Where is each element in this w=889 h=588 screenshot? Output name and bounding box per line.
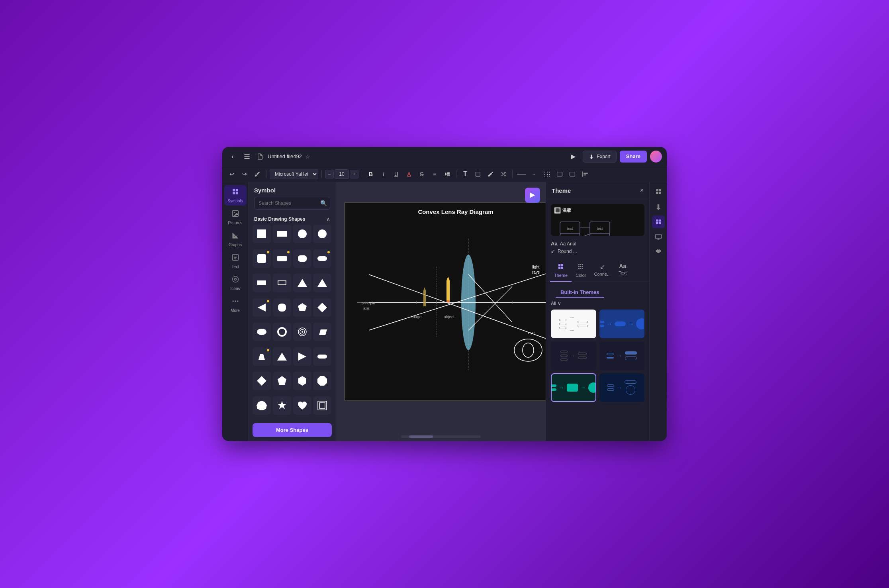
strikethrough-button[interactable]: S xyxy=(416,169,427,180)
shape-triangle-left[interactable] xyxy=(253,298,271,317)
theme-card-2[interactable]: → → xyxy=(599,310,645,338)
share-button[interactable]: Share xyxy=(620,151,647,163)
paint-button[interactable] xyxy=(252,169,263,180)
shape-parallelogram[interactable] xyxy=(313,323,331,341)
shape-ellipse[interactable] xyxy=(253,323,271,341)
shape-octagon[interactable] xyxy=(313,372,331,390)
sidebar-item-icons[interactable]: Icons xyxy=(224,273,247,293)
text-t-button[interactable]: T xyxy=(460,169,471,180)
shape-trapezoid[interactable] xyxy=(253,347,271,366)
align-button[interactable]: ≡ xyxy=(429,169,440,180)
avatar[interactable] xyxy=(650,151,662,163)
theme-card-5[interactable]: → → xyxy=(551,373,596,402)
shape-triangle-right[interactable] xyxy=(293,347,311,366)
shape-pentagon2[interactable] xyxy=(273,372,291,390)
underline-button[interactable]: U xyxy=(391,169,402,180)
theme-card-3[interactable]: → xyxy=(551,341,596,370)
shape-stadium[interactable] xyxy=(313,249,331,268)
theme-panel-title: Theme xyxy=(552,187,571,194)
shape-hexagon[interactable] xyxy=(293,372,311,390)
font-select[interactable]: Microsoft YaHei xyxy=(270,169,318,179)
export-button[interactable]: Export xyxy=(583,151,617,163)
rmp-settings-button[interactable] xyxy=(652,246,665,259)
shape-pentagon[interactable] xyxy=(293,298,311,317)
italic-button[interactable]: I xyxy=(378,169,389,180)
rmp-present-button[interactable] xyxy=(652,231,665,243)
shape-diamond-rect[interactable] xyxy=(253,274,271,292)
connector-button[interactable] xyxy=(498,169,509,180)
shape-circle[interactable] xyxy=(293,225,311,243)
play-button[interactable]: ▶ xyxy=(567,150,580,163)
line-dots-button[interactable] xyxy=(541,169,552,180)
shape-star[interactable] xyxy=(273,396,291,415)
theme-preview-card[interactable]: 🔳 温馨 text text text text xyxy=(551,204,644,236)
svg-point-27 xyxy=(278,328,286,336)
theme-card-1[interactable]: → → xyxy=(551,310,596,338)
line-style-button[interactable]: —— xyxy=(516,169,527,180)
arrow-style-button[interactable]: → xyxy=(529,169,540,180)
indent-button[interactable] xyxy=(442,169,453,180)
section-toggle[interactable]: ∧ xyxy=(326,216,330,222)
shape-diamond2[interactable] xyxy=(253,372,271,390)
shape-button[interactable] xyxy=(472,169,484,180)
shape-rect-outline[interactable] xyxy=(273,274,291,292)
shape-rounded-rect2[interactable] xyxy=(293,249,311,268)
shape-triangle-up2[interactable] xyxy=(273,347,291,366)
rect-outline-button[interactable] xyxy=(554,169,565,180)
search-input[interactable] xyxy=(254,197,330,210)
shape-target[interactable] xyxy=(293,323,311,341)
size-minus-btn[interactable]: − xyxy=(325,170,334,178)
shape-heart[interactable] xyxy=(293,396,311,415)
shape-rounded-rect-wide[interactable] xyxy=(273,249,291,268)
align-objects-button[interactable] xyxy=(580,169,591,180)
play-overlay-button[interactable] xyxy=(525,188,540,203)
shape-rect-wide[interactable] xyxy=(273,225,291,243)
rect-filled-button[interactable] xyxy=(567,169,578,180)
pen-button[interactable] xyxy=(485,169,496,180)
shape-nonagon[interactable] xyxy=(253,396,271,415)
shape-square[interactable] xyxy=(253,225,271,243)
shape-circle2[interactable] xyxy=(313,225,331,243)
undo-button[interactable]: ↩ xyxy=(226,169,237,180)
tab-text[interactable]: Aa Text xyxy=(615,261,631,282)
shape-rounded-rect3[interactable] xyxy=(313,347,331,366)
svg-rect-83 xyxy=(655,234,661,239)
shape-triangle-up[interactable] xyxy=(293,274,311,292)
redo-button[interactable]: ↪ xyxy=(239,169,250,180)
tc1-arrows: → → xyxy=(569,314,575,334)
tc6-box2 xyxy=(607,388,614,391)
canvas-area[interactable]: Convex Lens Ray Diagram xyxy=(336,182,546,441)
shape-triangle-filled[interactable] xyxy=(313,274,331,292)
shapes-section-header: Basic Drawing Shapes ∧ xyxy=(249,213,336,225)
svg-rect-81 xyxy=(590,234,610,236)
sidebar-item-text[interactable]: Text xyxy=(224,251,247,271)
size-plus-btn[interactable]: + xyxy=(350,170,358,178)
rmp-shapes-button[interactable] xyxy=(652,185,665,198)
sidebar-item-pictures[interactable]: Pictures xyxy=(224,207,247,227)
sidebar-item-more[interactable]: More xyxy=(224,295,247,315)
font-size-input[interactable] xyxy=(335,169,349,179)
theme-card-4[interactable]: → xyxy=(599,341,645,370)
tab-connector[interactable]: ↙ Conne... xyxy=(590,261,615,282)
theme-card-6[interactable]: → xyxy=(599,373,645,402)
more-shapes-button[interactable]: More Shapes xyxy=(253,423,332,437)
horizontal-scrollbar[interactable] xyxy=(401,435,481,438)
rmp-import-button[interactable] xyxy=(652,200,665,213)
shape-ring[interactable] xyxy=(273,323,291,341)
shape-diamond[interactable] xyxy=(313,298,331,317)
back-button[interactable]: ‹ xyxy=(227,151,238,162)
shape-frame[interactable] xyxy=(313,396,331,415)
star-button[interactable]: ☆ xyxy=(305,153,310,160)
sidebar-item-symbols[interactable]: Symbols xyxy=(224,185,247,206)
theme-close-button[interactable]: × xyxy=(640,187,644,194)
theme-filter[interactable]: All ∨ xyxy=(546,298,649,310)
shape-rounded-rect[interactable] xyxy=(253,249,271,268)
rmp-grid-button[interactable] xyxy=(652,216,665,228)
tab-color[interactable]: Color xyxy=(572,261,590,282)
tab-theme[interactable]: Theme xyxy=(550,261,572,282)
menu-button[interactable]: ☰ xyxy=(241,151,253,162)
font-color-button[interactable]: A xyxy=(403,169,415,180)
bold-button[interactable]: B xyxy=(365,169,376,180)
sidebar-item-graphs[interactable]: Graphs xyxy=(224,229,247,249)
shape-rounded-square[interactable] xyxy=(273,298,291,317)
